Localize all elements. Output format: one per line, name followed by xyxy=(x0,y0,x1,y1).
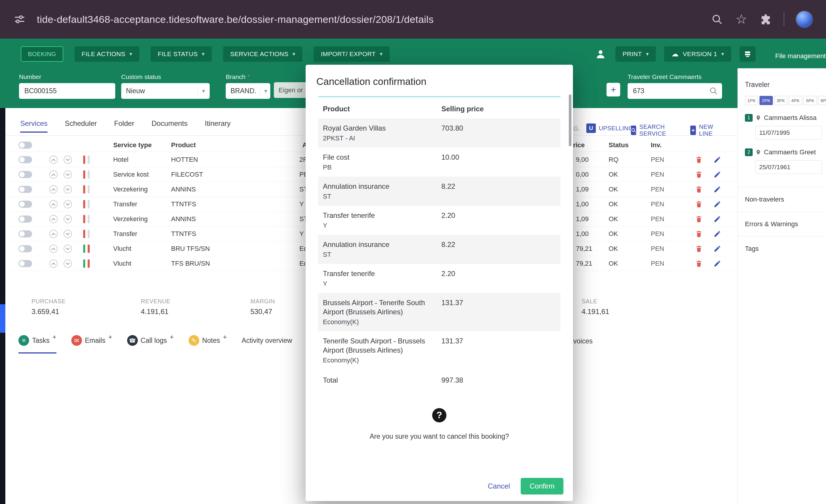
move-down-button[interactable] xyxy=(64,200,72,208)
panel-section[interactable]: Tags xyxy=(738,236,826,261)
dossier-tab[interactable]: Folder xyxy=(114,119,134,132)
toolbar-menu-button[interactable]: FILE ACTIONS ▾ xyxy=(74,46,139,62)
pax-tab[interactable]: 3PK xyxy=(774,96,787,105)
move-up-button[interactable] xyxy=(49,230,58,238)
row-toggle[interactable] xyxy=(18,186,32,193)
chevron-down-icon: ▾ xyxy=(380,51,382,57)
traveler-dob-input[interactable] xyxy=(755,160,822,174)
delete-button[interactable] xyxy=(695,260,703,269)
move-down-button[interactable] xyxy=(64,245,72,253)
move-up-button[interactable] xyxy=(49,170,58,179)
row-toggle[interactable] xyxy=(18,156,32,163)
move-down-button[interactable] xyxy=(64,215,72,223)
delete-button[interactable] xyxy=(695,245,703,254)
print-button[interactable]: PRINT ▾ xyxy=(615,46,656,62)
traveler-name[interactable]: Cammaerts Alissa xyxy=(764,114,817,122)
row-toggle[interactable] xyxy=(18,245,32,252)
custom-status-select[interactable]: Nieuw ▾ xyxy=(121,83,210,99)
version-button[interactable]: ☁ VERSION 1 ▾ xyxy=(664,46,731,62)
edit-button[interactable] xyxy=(713,245,721,254)
toolbar-menu-button[interactable]: SERVICE ACTIONS ▾ xyxy=(223,46,302,62)
edit-button[interactable] xyxy=(713,156,721,165)
dossier-tab[interactable]: Documents xyxy=(152,119,187,132)
row-toggle[interactable] xyxy=(18,171,32,178)
search-icon[interactable] xyxy=(709,86,718,97)
dossier-tab[interactable]: Scheduler xyxy=(65,119,97,132)
confirm-button[interactable]: Confirm xyxy=(521,478,564,495)
move-up-button[interactable] xyxy=(49,155,58,164)
delete-button[interactable] xyxy=(695,200,703,210)
move-down-button[interactable] xyxy=(64,170,72,179)
new-line-button[interactable]: + NEW LINE xyxy=(690,123,717,137)
add-icon[interactable]: + xyxy=(108,334,112,340)
move-down-button[interactable] xyxy=(64,155,72,164)
move-up-button[interactable] xyxy=(49,259,58,268)
dossier-tab[interactable]: Itinerary xyxy=(205,119,231,132)
move-down-button[interactable] xyxy=(64,185,72,194)
pax-tab[interactable]: 5PK xyxy=(804,96,817,105)
add-icon[interactable]: + xyxy=(223,334,227,340)
bottom-tab[interactable]: ☎ Call logs + xyxy=(127,334,174,348)
traveler-search-input[interactable] xyxy=(628,83,722,99)
delete-button[interactable] xyxy=(695,186,703,195)
search-icon[interactable] xyxy=(710,13,723,26)
edit-button[interactable] xyxy=(713,230,721,240)
toolbar-menu-button[interactable]: FILE STATUS ▾ xyxy=(151,46,212,62)
move-up-button[interactable] xyxy=(49,245,58,253)
add-icon[interactable]: + xyxy=(170,334,174,340)
select-all-toggle[interactable] xyxy=(18,142,32,149)
url-bar[interactable]: tide-default3468-acceptance.tidesoftware… xyxy=(37,14,700,25)
price-cell: 1,00 xyxy=(576,197,589,212)
cancel-button[interactable]: Cancel xyxy=(481,479,517,494)
pax-tab[interactable]: 4PK xyxy=(789,96,802,105)
row-toggle[interactable] xyxy=(18,230,32,238)
row-toggle[interactable] xyxy=(18,260,32,267)
toolbar-menu-button[interactable]: IMPORT/ EXPORT ▾ xyxy=(314,46,390,62)
bottom-tab[interactable]: ≡ Tasks + xyxy=(18,334,56,348)
move-down-button[interactable] xyxy=(64,259,72,268)
tab-invoices-fragment[interactable]: voices xyxy=(573,337,593,345)
profile-avatar[interactable] xyxy=(796,11,813,28)
bottom-tab[interactable]: ✉ Emails + xyxy=(71,334,112,348)
move-down-button[interactable] xyxy=(64,230,72,238)
extensions-puzzle-icon[interactable] xyxy=(759,13,772,26)
edit-button[interactable] xyxy=(713,186,721,195)
panel-section[interactable]: Errors & Warnings xyxy=(738,212,826,236)
pax-tab[interactable]: 1PK xyxy=(745,96,758,105)
row-toggle[interactable] xyxy=(18,201,32,208)
branch-select[interactable]: BRAND. ▾ xyxy=(226,83,270,99)
add-traveler-button[interactable]: + xyxy=(606,83,620,97)
edit-button[interactable] xyxy=(713,215,721,225)
bottom-tab[interactable]: ✎ Notes + xyxy=(189,334,227,348)
boeking-button[interactable]: BOEKING xyxy=(21,46,63,62)
add-icon[interactable]: + xyxy=(53,334,56,340)
upselling-button[interactable]: U UPSELLING xyxy=(586,123,633,133)
pax-tab[interactable]: 2PK xyxy=(760,96,773,105)
file-management-link[interactable]: File management xyxy=(775,52,826,60)
edit-button[interactable] xyxy=(713,171,721,180)
move-up-button[interactable] xyxy=(49,215,58,223)
edit-button[interactable] xyxy=(713,200,721,210)
rail-scroll-indicator[interactable] xyxy=(0,304,5,333)
scrollbar-thumb[interactable] xyxy=(569,94,572,146)
delete-button[interactable] xyxy=(695,215,703,225)
number-input[interactable] xyxy=(19,83,115,99)
search-service-button[interactable]: SEARCH SERVICE xyxy=(631,123,670,137)
delete-button[interactable] xyxy=(695,230,703,240)
dossier-tab[interactable]: Services xyxy=(20,119,48,132)
panel-section[interactable]: Non-travelers xyxy=(738,187,826,212)
traveler-dob-input[interactable] xyxy=(755,126,822,139)
pax-tab[interactable]: 6PK xyxy=(818,96,826,105)
bottom-tab[interactable]: Activity overview xyxy=(242,334,295,348)
traveler-name[interactable]: Cammaerts Greet xyxy=(764,148,816,156)
move-up-button[interactable] xyxy=(49,185,58,194)
move-up-button[interactable] xyxy=(49,200,58,208)
delete-button[interactable] xyxy=(695,156,703,165)
bookmark-star-icon[interactable]: ☆ xyxy=(735,13,748,26)
archive-button[interactable] xyxy=(740,46,756,62)
edit-button[interactable] xyxy=(713,260,721,269)
delete-button[interactable] xyxy=(695,171,703,180)
row-toggle[interactable] xyxy=(18,215,32,223)
user-icon[interactable] xyxy=(594,48,607,61)
site-settings-icon[interactable] xyxy=(13,13,26,26)
